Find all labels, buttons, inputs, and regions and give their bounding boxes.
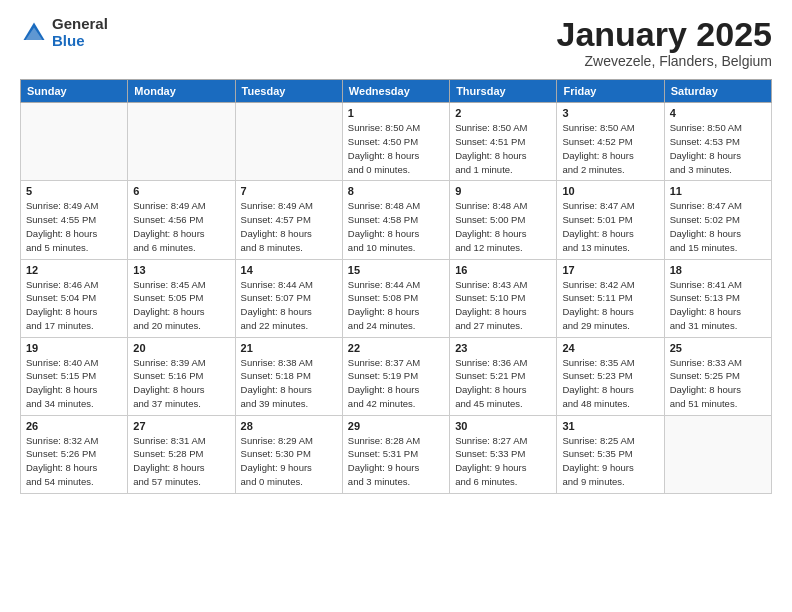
day-info: Sunrise: 8:29 AMSunset: 5:30 PMDaylight:… bbox=[241, 434, 337, 489]
weekday-header: Thursday bbox=[450, 80, 557, 103]
day-info: Sunrise: 8:49 AMSunset: 4:56 PMDaylight:… bbox=[133, 199, 229, 254]
day-info: Sunrise: 8:31 AMSunset: 5:28 PMDaylight:… bbox=[133, 434, 229, 489]
day-number: 24 bbox=[562, 342, 658, 354]
page: General Blue January 2025 Zwevezele, Fla… bbox=[0, 0, 792, 612]
calendar-day-cell: 23Sunrise: 8:36 AMSunset: 5:21 PMDayligh… bbox=[450, 337, 557, 415]
weekday-header: Friday bbox=[557, 80, 664, 103]
day-info: Sunrise: 8:46 AMSunset: 5:04 PMDaylight:… bbox=[26, 278, 122, 333]
calendar-day-cell: 25Sunrise: 8:33 AMSunset: 5:25 PMDayligh… bbox=[664, 337, 771, 415]
calendar-day-cell bbox=[21, 103, 128, 181]
calendar-day-cell: 2Sunrise: 8:50 AMSunset: 4:51 PMDaylight… bbox=[450, 103, 557, 181]
logo-general: General bbox=[52, 16, 108, 33]
day-number: 22 bbox=[348, 342, 444, 354]
day-number: 6 bbox=[133, 185, 229, 197]
calendar-day-cell: 14Sunrise: 8:44 AMSunset: 5:07 PMDayligh… bbox=[235, 259, 342, 337]
day-number: 9 bbox=[455, 185, 551, 197]
weekday-header: Wednesday bbox=[342, 80, 449, 103]
header: General Blue January 2025 Zwevezele, Fla… bbox=[20, 16, 772, 69]
day-info: Sunrise: 8:40 AMSunset: 5:15 PMDaylight:… bbox=[26, 356, 122, 411]
calendar-day-cell: 15Sunrise: 8:44 AMSunset: 5:08 PMDayligh… bbox=[342, 259, 449, 337]
weekday-header: Sunday bbox=[21, 80, 128, 103]
day-info: Sunrise: 8:41 AMSunset: 5:13 PMDaylight:… bbox=[670, 278, 766, 333]
weekday-header: Saturday bbox=[664, 80, 771, 103]
day-number: 21 bbox=[241, 342, 337, 354]
day-number: 19 bbox=[26, 342, 122, 354]
calendar-day-cell: 17Sunrise: 8:42 AMSunset: 5:11 PMDayligh… bbox=[557, 259, 664, 337]
day-number: 2 bbox=[455, 107, 551, 119]
calendar-day-cell: 30Sunrise: 8:27 AMSunset: 5:33 PMDayligh… bbox=[450, 415, 557, 493]
logo: General Blue bbox=[20, 16, 108, 49]
logo-blue: Blue bbox=[52, 33, 108, 50]
calendar-week-row: 26Sunrise: 8:32 AMSunset: 5:26 PMDayligh… bbox=[21, 415, 772, 493]
day-info: Sunrise: 8:33 AMSunset: 5:25 PMDaylight:… bbox=[670, 356, 766, 411]
day-info: Sunrise: 8:44 AMSunset: 5:07 PMDaylight:… bbox=[241, 278, 337, 333]
day-number: 3 bbox=[562, 107, 658, 119]
day-info: Sunrise: 8:48 AMSunset: 4:58 PMDaylight:… bbox=[348, 199, 444, 254]
calendar-day-cell: 9Sunrise: 8:48 AMSunset: 5:00 PMDaylight… bbox=[450, 181, 557, 259]
day-info: Sunrise: 8:43 AMSunset: 5:10 PMDaylight:… bbox=[455, 278, 551, 333]
calendar-week-row: 1Sunrise: 8:50 AMSunset: 4:50 PMDaylight… bbox=[21, 103, 772, 181]
day-info: Sunrise: 8:50 AMSunset: 4:52 PMDaylight:… bbox=[562, 121, 658, 176]
day-number: 10 bbox=[562, 185, 658, 197]
calendar-day-cell: 5Sunrise: 8:49 AMSunset: 4:55 PMDaylight… bbox=[21, 181, 128, 259]
day-number: 30 bbox=[455, 420, 551, 432]
day-number: 26 bbox=[26, 420, 122, 432]
day-info: Sunrise: 8:47 AMSunset: 5:02 PMDaylight:… bbox=[670, 199, 766, 254]
day-number: 20 bbox=[133, 342, 229, 354]
calendar-day-cell: 10Sunrise: 8:47 AMSunset: 5:01 PMDayligh… bbox=[557, 181, 664, 259]
title-block: January 2025 Zwevezele, Flanders, Belgiu… bbox=[557, 16, 773, 69]
day-info: Sunrise: 8:27 AMSunset: 5:33 PMDaylight:… bbox=[455, 434, 551, 489]
calendar-day-cell bbox=[128, 103, 235, 181]
day-info: Sunrise: 8:32 AMSunset: 5:26 PMDaylight:… bbox=[26, 434, 122, 489]
logo-icon bbox=[20, 19, 48, 47]
day-info: Sunrise: 8:50 AMSunset: 4:51 PMDaylight:… bbox=[455, 121, 551, 176]
day-number: 11 bbox=[670, 185, 766, 197]
day-info: Sunrise: 8:37 AMSunset: 5:19 PMDaylight:… bbox=[348, 356, 444, 411]
day-info: Sunrise: 8:48 AMSunset: 5:00 PMDaylight:… bbox=[455, 199, 551, 254]
calendar: SundayMondayTuesdayWednesdayThursdayFrid… bbox=[20, 79, 772, 493]
day-number: 15 bbox=[348, 264, 444, 276]
calendar-day-cell: 8Sunrise: 8:48 AMSunset: 4:58 PMDaylight… bbox=[342, 181, 449, 259]
calendar-day-cell bbox=[664, 415, 771, 493]
calendar-day-cell bbox=[235, 103, 342, 181]
day-info: Sunrise: 8:28 AMSunset: 5:31 PMDaylight:… bbox=[348, 434, 444, 489]
day-info: Sunrise: 8:50 AMSunset: 4:53 PMDaylight:… bbox=[670, 121, 766, 176]
day-info: Sunrise: 8:47 AMSunset: 5:01 PMDaylight:… bbox=[562, 199, 658, 254]
day-number: 28 bbox=[241, 420, 337, 432]
day-number: 29 bbox=[348, 420, 444, 432]
day-number: 23 bbox=[455, 342, 551, 354]
weekday-header-row: SundayMondayTuesdayWednesdayThursdayFrid… bbox=[21, 80, 772, 103]
calendar-day-cell: 1Sunrise: 8:50 AMSunset: 4:50 PMDaylight… bbox=[342, 103, 449, 181]
day-number: 5 bbox=[26, 185, 122, 197]
day-number: 14 bbox=[241, 264, 337, 276]
day-number: 12 bbox=[26, 264, 122, 276]
calendar-day-cell: 12Sunrise: 8:46 AMSunset: 5:04 PMDayligh… bbox=[21, 259, 128, 337]
calendar-day-cell: 26Sunrise: 8:32 AMSunset: 5:26 PMDayligh… bbox=[21, 415, 128, 493]
day-info: Sunrise: 8:38 AMSunset: 5:18 PMDaylight:… bbox=[241, 356, 337, 411]
day-info: Sunrise: 8:35 AMSunset: 5:23 PMDaylight:… bbox=[562, 356, 658, 411]
calendar-day-cell: 6Sunrise: 8:49 AMSunset: 4:56 PMDaylight… bbox=[128, 181, 235, 259]
day-number: 13 bbox=[133, 264, 229, 276]
calendar-day-cell: 28Sunrise: 8:29 AMSunset: 5:30 PMDayligh… bbox=[235, 415, 342, 493]
day-number: 16 bbox=[455, 264, 551, 276]
month-title: January 2025 bbox=[557, 16, 773, 53]
day-number: 17 bbox=[562, 264, 658, 276]
day-number: 31 bbox=[562, 420, 658, 432]
day-number: 27 bbox=[133, 420, 229, 432]
calendar-week-row: 12Sunrise: 8:46 AMSunset: 5:04 PMDayligh… bbox=[21, 259, 772, 337]
day-info: Sunrise: 8:45 AMSunset: 5:05 PMDaylight:… bbox=[133, 278, 229, 333]
weekday-header: Tuesday bbox=[235, 80, 342, 103]
day-info: Sunrise: 8:44 AMSunset: 5:08 PMDaylight:… bbox=[348, 278, 444, 333]
calendar-day-cell: 11Sunrise: 8:47 AMSunset: 5:02 PMDayligh… bbox=[664, 181, 771, 259]
day-info: Sunrise: 8:49 AMSunset: 4:55 PMDaylight:… bbox=[26, 199, 122, 254]
calendar-day-cell: 20Sunrise: 8:39 AMSunset: 5:16 PMDayligh… bbox=[128, 337, 235, 415]
calendar-day-cell: 13Sunrise: 8:45 AMSunset: 5:05 PMDayligh… bbox=[128, 259, 235, 337]
day-info: Sunrise: 8:25 AMSunset: 5:35 PMDaylight:… bbox=[562, 434, 658, 489]
calendar-day-cell: 3Sunrise: 8:50 AMSunset: 4:52 PMDaylight… bbox=[557, 103, 664, 181]
location-subtitle: Zwevezele, Flanders, Belgium bbox=[557, 53, 773, 69]
calendar-day-cell: 16Sunrise: 8:43 AMSunset: 5:10 PMDayligh… bbox=[450, 259, 557, 337]
calendar-week-row: 5Sunrise: 8:49 AMSunset: 4:55 PMDaylight… bbox=[21, 181, 772, 259]
day-info: Sunrise: 8:42 AMSunset: 5:11 PMDaylight:… bbox=[562, 278, 658, 333]
day-number: 25 bbox=[670, 342, 766, 354]
day-info: Sunrise: 8:50 AMSunset: 4:50 PMDaylight:… bbox=[348, 121, 444, 176]
